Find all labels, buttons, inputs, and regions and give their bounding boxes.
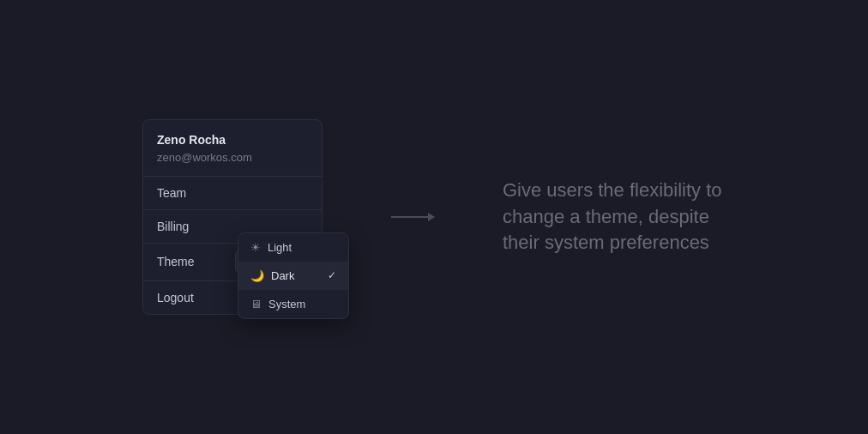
menu-header: Zeno Rocha zeno@workos.com [143, 120, 322, 177]
arrow-icon [391, 216, 434, 218]
theme-option-light[interactable]: ☀ Light [238, 233, 348, 262]
theme-option-dark[interactable]: 🌙 Dark ✓ [238, 262, 348, 290]
menu-item-team[interactable]: Team [143, 177, 322, 210]
moon-icon-option: 🌙 [250, 269, 264, 282]
theme-dropdown: ☀ Light 🌙 Dark ✓ 🖥 System [238, 232, 349, 319]
check-icon: ✓ [328, 269, 336, 281]
user-email: zeno@workos.com [157, 151, 308, 164]
user-name: Zeno Rocha [157, 132, 308, 149]
menu-card: Zeno Rocha zeno@workos.com Team Billing … [142, 119, 322, 315]
sun-icon: ☀ [250, 241, 261, 254]
main-container: Zeno Rocha zeno@workos.com Team Billing … [142, 119, 726, 315]
theme-option-system[interactable]: 🖥 System [238, 290, 348, 318]
monitor-icon: 🖥 [250, 298, 262, 310]
theme-option-dark-label: Dark [271, 269, 321, 282]
theme-label: Theme [157, 255, 195, 268]
arrow-container [391, 216, 434, 218]
description-text: Give users the flexibility to change a t… [503, 178, 726, 256]
theme-option-system-label: System [268, 298, 336, 310]
theme-option-light-label: Light [268, 241, 336, 254]
